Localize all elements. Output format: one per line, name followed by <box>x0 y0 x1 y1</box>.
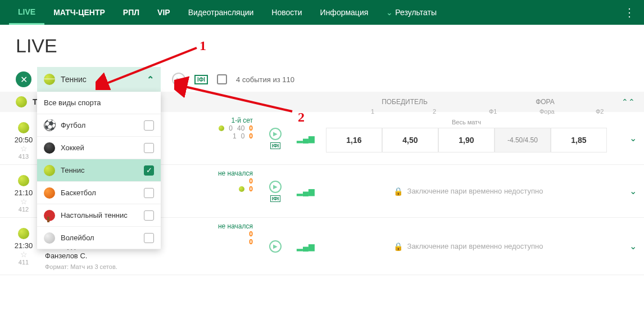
match-format: Формат: Матч из 3 сетов. <box>45 263 169 270</box>
dropdown-table-tennis[interactable]: Настольный теннис <box>37 204 161 227</box>
expand-button[interactable]: ⌄ <box>622 116 644 160</box>
nav-rpl[interactable]: РПЛ <box>114 0 148 25</box>
nav-video[interactable]: Видеотрансляции <box>179 0 263 25</box>
tennis-icon <box>16 96 27 107</box>
favorite-button[interactable]: ☆ <box>8 144 39 153</box>
dropdown-label: Все виды спорта <box>44 98 154 107</box>
play-button[interactable]: ▶ <box>269 181 282 193</box>
tennis-icon <box>18 122 29 133</box>
tennis-icon <box>18 228 29 239</box>
checkbox[interactable] <box>144 188 154 198</box>
tv-icon[interactable]: IФI <box>270 142 281 149</box>
lock-icon: 🔒 <box>393 187 403 196</box>
match-controls: ▶ IФI <box>258 169 292 213</box>
match-time-col: 20:50 ☆ 413 <box>8 116 39 160</box>
nav-vip[interactable]: VIP <box>148 0 179 25</box>
filter-checkbox[interactable] <box>217 74 227 84</box>
events-count: 4 события из 110 <box>236 75 294 84</box>
odd-fora-value[interactable]: -4.50/4.50 <box>495 128 551 152</box>
dropdown-basketball[interactable]: Баскетбол <box>37 182 161 204</box>
match-time-col: 21:30 ☆ 411 <box>8 222 39 270</box>
checkbox[interactable] <box>144 233 154 243</box>
tennis-icon <box>44 74 55 85</box>
signal-icon: ▂▄▆ <box>297 242 315 251</box>
filter-row: ✕ Теннис ⌃ Все виды спорта Футбол Хоккей… <box>0 67 644 92</box>
match-id: 411 <box>8 259 39 266</box>
checkbox[interactable] <box>144 143 154 153</box>
tv-filter-icon[interactable]: IФI <box>194 75 208 84</box>
dropdown-football[interactable]: Футбол <box>37 114 161 137</box>
match-controls: ▶ <box>258 222 292 270</box>
score-col: 1-й сет 0400 100 <box>169 116 258 160</box>
favorite-button[interactable]: ☆ <box>8 250 39 259</box>
odd-winner-2[interactable]: 4,50 <box>382 128 438 152</box>
score-col: не начался 0 0 <box>169 169 258 213</box>
dropdown-label: Футбол <box>61 121 144 129</box>
nav-news[interactable]: Новости <box>262 0 311 25</box>
sport-selector[interactable]: Теннис ⌃ Все виды спорта Футбол Хоккей Т… <box>37 67 161 92</box>
nav-match-center[interactable]: МАТЧ-ЦЕНТР <box>44 0 114 25</box>
dropdown-label: Баскетбол <box>61 189 144 197</box>
football-icon <box>44 120 55 131</box>
player-2: Фанзелов С. <box>45 251 169 261</box>
hockey-icon <box>44 142 55 154</box>
play-filter-button[interactable]: ▶ <box>172 73 185 86</box>
dropdown-label: Настольный теннис <box>61 211 144 219</box>
filter-toolbar: ▶ IФI 4 события из 110 <box>172 73 294 86</box>
match-time: 20:50 <box>8 136 39 144</box>
collapse-all-button[interactable]: ⌃⌃ <box>622 97 635 106</box>
match-id: 412 <box>8 206 39 213</box>
checkbox[interactable] <box>144 210 154 221</box>
odds-section: Весь матч 1,16 4,50 1,90 -4.50/4.50 1,85 <box>315 116 622 160</box>
expand-button[interactable]: ⌄ <box>622 222 644 270</box>
odd-winner-1[interactable]: 1,16 <box>326 128 382 152</box>
dropdown-volleyball[interactable]: Волейбол <box>37 227 161 249</box>
checkbox[interactable] <box>144 120 154 131</box>
bet-unavailable: 🔒 Заключение пари временно недоступно <box>315 169 622 213</box>
nav-info[interactable]: Информация <box>311 0 378 25</box>
sport-selector-label: Теннис <box>61 75 147 84</box>
match-time: 21:10 <box>8 189 39 197</box>
serve-icon <box>239 186 244 192</box>
basketball-icon <box>44 187 55 199</box>
whole-match-label: Весь матч <box>326 116 607 128</box>
dropdown-label: Хоккей <box>61 143 144 152</box>
lock-icon: 🔒 <box>393 242 403 251</box>
bet-unavailable: 🔒 Заключение пари временно недоступно <box>315 222 622 270</box>
signal-icon: ▂▄▆ <box>297 187 315 196</box>
signal-icon: ▂▄▆ <box>297 134 315 143</box>
set-label: 1-й сет <box>169 116 253 124</box>
volleyball-icon <box>44 232 55 244</box>
dropdown-all-sports[interactable]: Все виды спорта <box>37 92 161 114</box>
dropdown-label: Теннис <box>61 166 144 174</box>
th-fora: ФОРА Ф1 Фора Ф2 <box>478 98 613 106</box>
nav-results[interactable]: ⌄Результаты <box>377 0 446 25</box>
play-button[interactable]: ▶ <box>269 240 282 253</box>
table-tennis-icon <box>44 210 55 221</box>
status-label: не начался <box>169 222 253 230</box>
th-winner: ПОБЕДИТЕЛЬ 1 2 <box>348 98 461 106</box>
dropdown-label: Волейбол <box>61 234 144 242</box>
match-time: 21:30 <box>8 241 39 250</box>
clear-filter-button[interactable]: ✕ <box>16 71 31 87</box>
dropdown-hockey[interactable]: Хоккей <box>37 137 161 159</box>
match-id: 413 <box>8 153 39 160</box>
nav-live[interactable]: LIVE <box>9 0 44 25</box>
dropdown-tennis[interactable]: Теннис ✓ <box>37 159 161 182</box>
tennis-icon <box>44 165 55 176</box>
odd-f2[interactable]: 1,85 <box>551 128 607 152</box>
status-label: не начался <box>169 169 253 177</box>
odd-f1[interactable]: 1,90 <box>438 128 495 152</box>
sport-dropdown: Все виды спорта Футбол Хоккей Теннис ✓ Б… <box>37 92 161 249</box>
expand-button[interactable]: ⌄ <box>622 169 644 213</box>
nav-more-icon[interactable]: ⋮ <box>624 6 635 19</box>
tv-icon[interactable]: IФI <box>270 195 281 202</box>
match-controls: ▶ IФI <box>258 116 292 160</box>
page-title: LIVE <box>0 25 644 67</box>
chevron-up-icon: ⌃ <box>147 74 154 85</box>
top-nav: LIVE МАТЧ-ЦЕНТР РПЛ VIP Видеотрансляции … <box>0 0 644 25</box>
play-button[interactable]: ▶ <box>269 128 282 140</box>
checkbox-checked[interactable]: ✓ <box>144 165 154 176</box>
serve-icon <box>219 125 224 131</box>
favorite-button[interactable]: ☆ <box>8 197 39 206</box>
